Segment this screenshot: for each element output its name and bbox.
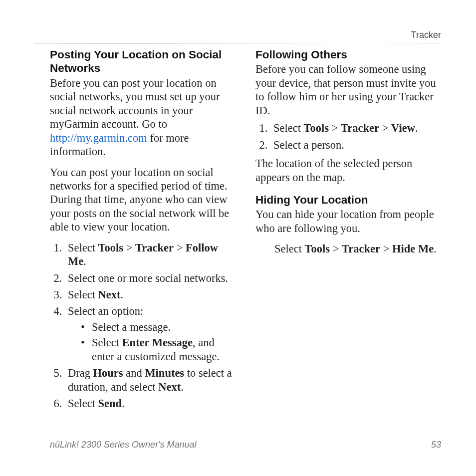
text: >	[330, 242, 342, 255]
text: .	[181, 381, 184, 393]
text: Drag	[68, 367, 93, 379]
text: and	[123, 367, 145, 379]
text: >	[379, 122, 391, 134]
step-6: Select Send.	[65, 397, 236, 410]
header-rule	[35, 43, 441, 43]
text: Select	[92, 336, 122, 349]
text: .	[122, 397, 125, 410]
option-b: Select Enter Message, and enter a custom…	[81, 336, 236, 363]
following-steps: Select Tools > Tracker > View. Select a …	[255, 121, 441, 152]
ui-term: Hide Me	[392, 242, 434, 255]
text: Select	[273, 122, 304, 134]
ui-term: Next	[158, 381, 181, 393]
heading-posting: Posting Your Location on Social Networks	[50, 48, 236, 75]
text: >	[174, 241, 186, 254]
posting-steps: Select Tools > Tracker > Follow Me. Sele…	[50, 241, 236, 411]
ui-term: Send	[98, 397, 122, 410]
body-columns: Posting Your Location on Social Networks…	[50, 48, 441, 431]
posting-para-1: Before you can post your location on soc…	[50, 76, 236, 159]
following-para-2: The location of the selected person appe…	[255, 157, 441, 184]
text: .	[415, 122, 418, 134]
step-4: Select an option: Select a message. Sele…	[65, 304, 236, 363]
step-1: Select Tools > Tracker > View.	[270, 121, 441, 135]
text: .	[434, 242, 437, 255]
heading-following: Following Others	[255, 48, 441, 61]
text: Select	[274, 242, 305, 255]
page-number: 53	[431, 440, 441, 450]
heading-hiding: Hiding Your Location	[255, 193, 441, 207]
step-3: Select Next.	[65, 288, 236, 301]
text: .	[121, 288, 124, 301]
text: Select	[68, 288, 98, 301]
page-footer: nüLink! 2300 Series Owner's Manual 53	[50, 440, 441, 450]
step-5: Drag Hours and Minutes to select a durat…	[65, 366, 236, 394]
ui-term: Tracker	[135, 241, 174, 254]
ui-term: Minutes	[145, 367, 184, 379]
text: Before you can post your location on soc…	[50, 77, 220, 130]
option-a: Select a message.	[81, 320, 236, 334]
step-2: Select a person.	[270, 138, 441, 152]
text: .	[83, 255, 86, 267]
posting-para-2: You can post your location on social net…	[50, 166, 236, 234]
ui-term: Tools	[304, 122, 329, 134]
ui-term: Enter Message	[122, 336, 193, 349]
hiding-para-1: You can hide your location from people w…	[255, 208, 441, 235]
text: Select	[68, 241, 98, 254]
step-1: Select Tools > Tracker > Follow Me.	[65, 241, 236, 268]
ui-term: Tracker	[341, 122, 379, 134]
text: >	[380, 242, 392, 255]
manual-title: nüLink! 2300 Series Owner's Manual	[50, 440, 197, 450]
step-2: Select one or more social networks.	[65, 271, 236, 285]
text: Select an option:	[68, 305, 143, 317]
ui-term: Tools	[305, 242, 330, 255]
text: >	[329, 122, 341, 134]
following-para-1: Before you can follow someone using your…	[255, 62, 441, 117]
manual-page: Tracker Posting Your Location on Social …	[0, 0, 476, 476]
ui-term: View	[391, 122, 415, 134]
step-4-options: Select a message. Select Enter Message, …	[68, 320, 236, 363]
text: >	[123, 241, 135, 254]
ui-term: Next	[98, 288, 121, 301]
mygarmin-link[interactable]: http://my.garmin.com	[50, 132, 147, 144]
ui-term: Tracker	[342, 242, 380, 255]
hiding-step: Select Tools > Tracker > Hide Me.	[274, 242, 441, 255]
running-header: Tracker	[411, 30, 441, 40]
ui-term: Hours	[93, 367, 123, 379]
ui-term: Tools	[98, 241, 123, 254]
text: Select	[68, 397, 98, 410]
